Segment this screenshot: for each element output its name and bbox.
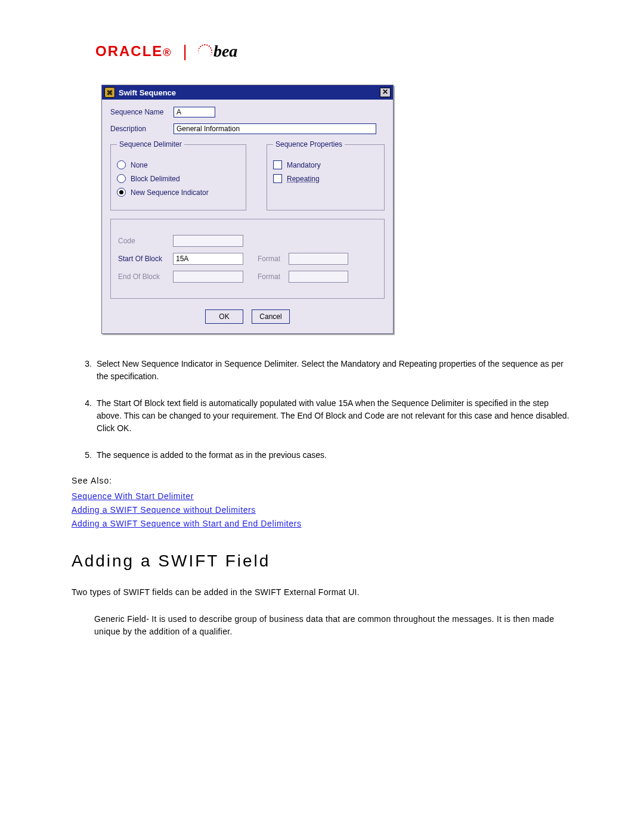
step-number: 3. [72, 358, 97, 383]
step-text: The Start Of Block text field is automat… [97, 397, 572, 435]
repeating-checkbox[interactable] [273, 174, 282, 183]
oracle-logo: ORACLE® [95, 43, 172, 60]
end-format-label: Format [258, 272, 289, 281]
start-of-block-label: Start Of Block [118, 255, 173, 263]
dialog-icon: ⌘ [104, 87, 115, 98]
heading-adding-swift-field: Adding a SWIFT Field [72, 552, 572, 571]
mandatory-checkbox[interactable] [273, 160, 282, 169]
code-input [173, 235, 243, 247]
dialog-title: Swift Sequence [119, 88, 380, 97]
description-label: Description [110, 125, 174, 133]
bea-logo: bea [198, 42, 237, 61]
delimiter-none-radio[interactable] [117, 160, 126, 169]
logo-separator: | [183, 42, 187, 61]
bea-swirl-icon [195, 42, 215, 61]
block-fields-group: Code Start Of Block Format End Of Block … [110, 219, 385, 299]
delimiter-none-label: None [131, 161, 148, 169]
sequence-name-input[interactable] [174, 107, 215, 117]
ok-button[interactable]: OK [205, 309, 243, 324]
dialog-titlebar: ⌘ Swift Sequence ✕ [102, 85, 393, 100]
repeating-label: Repeating [287, 175, 320, 183]
logo-row: ORACLE® | bea [95, 42, 572, 61]
delimiter-block-radio[interactable] [117, 174, 126, 183]
delimiter-block-label: Block Delimited [131, 175, 180, 183]
sequence-properties-legend: Sequence Properties [273, 140, 345, 148]
end-of-block-label: End Of Block [118, 272, 173, 281]
start-format-label: Format [258, 255, 289, 263]
mandatory-label: Mandatory [287, 161, 321, 169]
start-of-block-input[interactable] [173, 253, 243, 265]
end-of-block-input [173, 271, 243, 283]
link-without-delimiters[interactable]: Adding a SWIFT Sequence without Delimite… [72, 504, 572, 516]
close-icon[interactable]: ✕ [380, 88, 391, 97]
link-start-end-delimiters[interactable]: Adding a SWIFT Sequence with Start and E… [72, 518, 572, 530]
step-number: 5. [72, 449, 97, 462]
sequence-delimiter-group: Sequence Delimiter None Block Delimited … [110, 140, 246, 210]
intro-paragraph: Two types of SWIFT fields can be added i… [72, 586, 572, 599]
generic-field-paragraph: Generic Field- It is used to describe gr… [94, 613, 572, 638]
cancel-button[interactable]: Cancel [252, 309, 290, 324]
delimiter-new-radio[interactable] [117, 188, 126, 197]
delimiter-new-label: New Sequence Indicator [131, 188, 209, 197]
step-4: 4. The Start Of Block text field is auto… [72, 397, 572, 435]
start-format-input [289, 253, 348, 265]
code-label: Code [118, 237, 173, 245]
see-also-label: See Also: [72, 476, 572, 485]
sequence-delimiter-legend: Sequence Delimiter [117, 140, 184, 148]
link-start-delimiter[interactable]: Sequence With Start Delimiter [72, 490, 572, 503]
step-text: The sequence is added to the format as i… [97, 449, 327, 462]
swift-sequence-dialog: ⌘ Swift Sequence ✕ Sequence Name Descrip… [101, 85, 394, 334]
description-input[interactable] [174, 123, 376, 134]
step-3: 3. Select New Sequence Indicator in Sequ… [72, 358, 572, 383]
end-format-input [289, 271, 348, 283]
step-text: Select New Sequence Indicator in Sequenc… [97, 358, 572, 383]
sequence-name-label: Sequence Name [110, 108, 174, 116]
step-5: 5. The sequence is added to the format a… [72, 449, 572, 462]
step-number: 4. [72, 397, 97, 435]
sequence-properties-group: Sequence Properties Mandatory Repeating [267, 140, 385, 210]
